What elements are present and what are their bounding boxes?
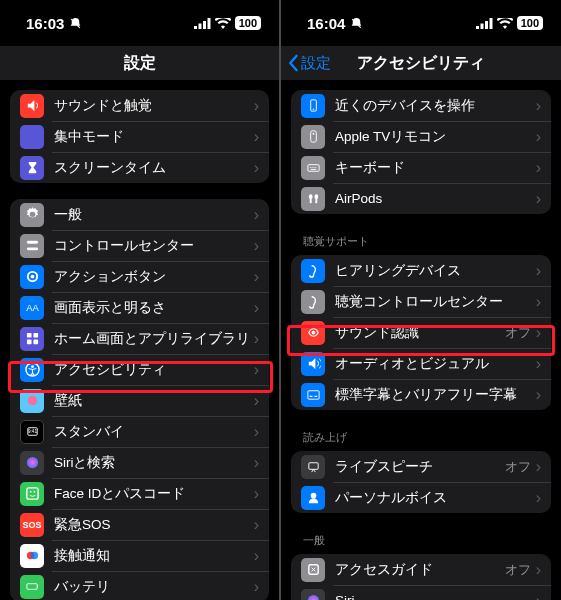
svg-rect-4 [26,241,37,244]
settings-row[interactable]: 壁紙› [10,385,269,416]
svg-rect-27 [480,23,483,29]
settings-group: 近くのデバイスを操作›Apple TVリモコン›キーボード›AirPods› [291,90,551,214]
svg-point-44 [307,595,318,600]
settings-row[interactable]: サウンド認識オフ› [291,317,551,348]
row-label: スタンバイ [54,423,254,441]
row-label: アクセスガイド [335,561,505,579]
back-button[interactable]: 設定 [287,54,331,73]
status-time: 16:04 [307,15,345,32]
svg-rect-0 [194,26,197,29]
sound-rec-icon [301,321,325,345]
accessibility-icon [20,358,44,382]
settings-row[interactable]: Siriと検索› [10,447,269,478]
row-label: Siriと検索 [54,454,254,472]
svg-point-18 [26,457,37,468]
row-label: 画面表示と明るさ [54,299,254,317]
chevron-right-icon: › [254,578,259,596]
chevron-right-icon: › [254,268,259,286]
row-detail: オフ [505,458,531,476]
chevron-right-icon: › [536,293,541,311]
chevron-right-icon: › [536,159,541,177]
svg-rect-38 [315,199,317,204]
settings-row[interactable]: AA画面表示と明るさ› [10,292,269,323]
chevron-right-icon: › [536,489,541,507]
settings-row[interactable]: Siri› [291,585,551,600]
settings-row[interactable]: 近くのデバイスを操作› [291,90,551,121]
svg-rect-1 [198,23,201,29]
wifi-icon [215,18,231,29]
chevron-right-icon: › [254,159,259,177]
settings-row[interactable]: サウンドと触覚› [10,90,269,121]
chevron-right-icon: › [254,299,259,317]
settings-row[interactable]: 集中モード› [10,121,269,152]
settings-row[interactable]: 一般› [10,199,269,230]
settings-row[interactable]: パーソナルボイス› [291,482,551,513]
section-header: 読み上げ [281,426,561,451]
svg-point-35 [308,194,312,199]
row-detail: オフ [505,324,531,342]
signal-icon [476,18,493,29]
chevron-right-icon: › [254,237,259,255]
content-scroll[interactable]: サウンドと触覚›集中モード›スクリーンタイム›一般›コントロールセンター›アクシ… [0,80,279,600]
settings-row[interactable]: SOS緊急SOS› [10,509,269,540]
svg-point-23 [30,552,38,560]
row-label: 緊急SOS [54,516,254,534]
settings-row[interactable]: アクセスガイドオフ› [291,554,551,585]
phone-left-settings: 16:03 100 設定 サウンドと触覚›集中モード›スクリーンタイム›一般›コ… [0,0,279,600]
settings-row[interactable]: 接触通知› [10,540,269,571]
chevron-right-icon: › [254,485,259,503]
row-label: ホーム画面とアプリライブラリ [54,330,254,348]
row-label: 集中モード [54,128,254,146]
row-label: Siri [335,593,536,600]
settings-row[interactable]: スクリーンタイム› [10,152,269,183]
settings-row[interactable]: アクションボタン› [10,261,269,292]
chevron-right-icon: › [254,330,259,348]
guided-icon [301,558,325,582]
svg-point-31 [312,109,314,111]
chevron-right-icon: › [536,97,541,115]
settings-row[interactable]: AirPods› [291,183,551,214]
settings-group: アクセスガイドオフ›Siri› [291,554,551,600]
switches-icon [20,234,44,258]
svg-rect-28 [485,21,488,29]
remote-icon [301,125,325,149]
svg-point-39 [311,331,315,335]
settings-group: ヒアリングデバイス›聴覚コントロールセンター›サウンド認識オフ›オーディオとビジ… [291,255,551,410]
chevron-right-icon: › [254,516,259,534]
settings-row[interactable]: バッテリ› [10,571,269,600]
settings-row[interactable]: コントロールセンター› [10,230,269,261]
phone-right-accessibility: 16:04 100 設定 アクセシビリティ 近くのデバイスを操作›Apple T… [281,0,561,600]
action-icon [20,265,44,289]
dnd-icon [69,17,82,30]
row-label: アクションボタン [54,268,254,286]
svg-rect-5 [26,247,37,250]
section-header: 一般 [281,529,561,554]
settings-row[interactable]: ヒアリングデバイス› [291,255,551,286]
settings-row[interactable]: 聴覚コントロールセンター› [291,286,551,317]
settings-row[interactable]: オーディオとビジュアル› [291,348,551,379]
svg-point-7 [30,275,34,279]
svg-rect-25 [37,586,38,588]
row-label: パーソナルボイス [335,489,536,507]
signal-icon [194,18,211,29]
svg-text:9:41: 9:41 [27,429,36,434]
settings-group: 一般›コントロールセンター›アクションボタン›AA画面表示と明るさ›ホーム画面と… [10,199,269,600]
row-label: ライブスピーチ [335,458,505,476]
settings-row[interactable]: 9:41スタンバイ› [10,416,269,447]
settings-row[interactable]: Face IDとパスコード› [10,478,269,509]
settings-row[interactable]: キーボード› [291,152,551,183]
chevron-right-icon: › [254,547,259,565]
settings-group: サウンドと触覚›集中モード›スクリーンタイム› [10,90,269,183]
row-label: アクセシビリティ [54,361,254,379]
settings-row[interactable]: ホーム画面とアプリライブラリ› [10,323,269,354]
settings-row[interactable]: ライブスピーチオフ› [291,451,551,482]
content-scroll[interactable]: 近くのデバイスを操作›Apple TVリモコン›キーボード›AirPods›聴覚… [281,80,561,600]
svg-text:AA: AA [26,303,39,313]
settings-row[interactable]: 標準字幕とバリアフリー字幕› [291,379,551,410]
hourglass-icon [20,156,44,180]
chevron-right-icon: › [254,423,259,441]
settings-row[interactable]: アクセシビリティ› [10,354,269,385]
settings-row[interactable]: Apple TVリモコン› [291,121,551,152]
wallpaper-icon [20,389,44,413]
standby-icon: 9:41 [20,420,44,444]
